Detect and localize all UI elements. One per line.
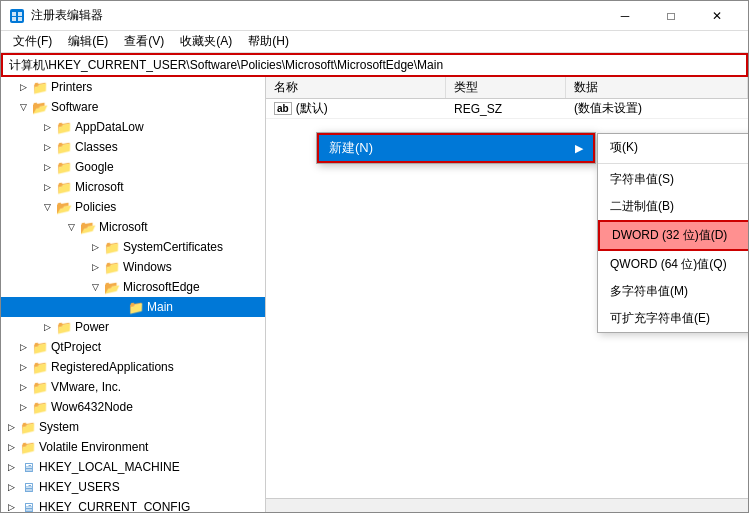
tree-item-wow6432[interactable]: ▷ 📁 Wow6432Node (1, 397, 265, 417)
expand-arrow-microsoft: ▷ (41, 181, 53, 193)
expand-arrow-registeredapps: ▷ (17, 361, 29, 373)
expand-arrow-hku: ▷ (5, 481, 17, 493)
folder-icon-main: 📁 (128, 300, 144, 314)
expand-arrow-vmware: ▷ (17, 381, 29, 393)
folder-icon-printers: 📁 (32, 80, 48, 94)
registry-editor-window: 注册表编辑器 ─ □ ✕ 文件(F) 编辑(E) 查看(V) 收藏夹(A) 帮助… (0, 0, 749, 513)
ctx-item-qword[interactable]: QWORD (64 位)值(Q) (598, 251, 748, 278)
right-panel: 名称 类型 数据 ab (默认) REG_SZ (266, 77, 748, 512)
folder-icon-registeredapps: 📁 (32, 360, 48, 374)
ctx-item-string[interactable]: 字符串值(S) (598, 166, 748, 193)
tree-item-systemcertificates[interactable]: ▷ 📁 SystemCertificates (1, 237, 265, 257)
expand-arrow-systemcertificates: ▷ (89, 241, 101, 253)
context-menu: 新建(N) ▶ 项(K) 字符串值(S) 二进制值(B) (316, 132, 596, 164)
context-submenu: 项(K) 字符串值(S) 二进制值(B) DWORD (32 位)值(D) QW… (597, 133, 748, 333)
folder-icon-classes: 📁 (56, 140, 72, 154)
folder-icon-vmware: 📁 (32, 380, 48, 394)
addressbar: 计算机\HKEY_CURRENT_USER\Software\Policies\… (1, 53, 748, 77)
tree-item-power[interactable]: ▷ 📁 Power (1, 317, 265, 337)
cell-name: ab (默认) (266, 100, 446, 117)
new-btn-label: 新建(N) (329, 139, 373, 157)
folder-icon-policies-microsoft: 📂 (80, 220, 96, 234)
svg-rect-4 (18, 17, 22, 21)
expand-arrow-windows: ▷ (89, 261, 101, 273)
expand-arrow-classes: ▷ (41, 141, 53, 153)
svg-rect-1 (12, 12, 16, 16)
tree-item-system[interactable]: ▷ 📁 System (1, 417, 265, 437)
new-btn-arrow: ▶ (575, 142, 583, 155)
main-content: ▷ 📁 Printers ▽ 📂 Software ▷ 📁 AppDataLow… (1, 77, 748, 512)
titlebar: 注册表编辑器 ─ □ ✕ (1, 1, 748, 31)
menu-edit[interactable]: 编辑(E) (60, 31, 116, 52)
close-button[interactable]: ✕ (694, 1, 740, 31)
tree-item-appdatalow[interactable]: ▷ 📁 AppDataLow (1, 117, 265, 137)
svg-rect-3 (12, 17, 16, 21)
tree-item-main[interactable]: 📁 Main (1, 297, 265, 317)
ctx-item-expandstring[interactable]: 可扩充字符串值(E) (598, 305, 748, 332)
tree-item-software[interactable]: ▽ 📂 Software (1, 97, 265, 117)
expand-arrow-microsoftedge: ▽ (89, 281, 101, 293)
col-header-name[interactable]: 名称 (266, 77, 446, 98)
col-header-type[interactable]: 类型 (446, 77, 566, 98)
ctx-item-multistring[interactable]: 多字符串值(M) (598, 278, 748, 305)
expand-arrow-main (113, 301, 125, 313)
titlebar-buttons: ─ □ ✕ (602, 1, 740, 31)
app-icon (9, 8, 25, 24)
column-headers: 名称 类型 数据 (266, 77, 748, 99)
col-header-data[interactable]: 数据 (566, 77, 748, 98)
tree-item-hku[interactable]: ▷ 🖥 HKEY_USERS (1, 477, 265, 497)
new-submenu-button[interactable]: 新建(N) ▶ (317, 133, 595, 163)
tree-item-volatile[interactable]: ▷ 📁 Volatile Environment (1, 437, 265, 457)
expand-arrow-hklm: ▷ (5, 461, 17, 473)
menu-file[interactable]: 文件(F) (5, 31, 60, 52)
tree-item-policies[interactable]: ▽ 📂 Policies (1, 197, 265, 217)
address-path: 计算机\HKEY_CURRENT_USER\Software\Policies\… (9, 57, 443, 74)
tree-item-qtproject[interactable]: ▷ 📁 QtProject (1, 337, 265, 357)
folder-icon-system: 📁 (20, 420, 36, 434)
folder-icon-software: 📂 (32, 100, 48, 114)
ctx-item-binary[interactable]: 二进制值(B) (598, 193, 748, 220)
expand-arrow-hkcc: ▷ (5, 501, 17, 512)
cell-data: (数值未设置) (566, 100, 748, 117)
folder-icon-policies: 📂 (56, 200, 72, 214)
tree-item-microsoftedge[interactable]: ▽ 📂 MicrosoftEdge (1, 277, 265, 297)
folder-icon-hklm: 🖥 (20, 460, 36, 474)
tree-item-registeredapps[interactable]: ▷ 📁 RegisteredApplications (1, 357, 265, 377)
expand-arrow-wow6432: ▷ (17, 401, 29, 413)
minimize-button[interactable]: ─ (602, 1, 648, 31)
expand-arrow-policies: ▽ (41, 201, 53, 213)
cell-type: REG_SZ (446, 102, 566, 116)
table-row[interactable]: ab (默认) REG_SZ (数值未设置) (266, 99, 748, 119)
tree-item-microsoft[interactable]: ▷ 📁 Microsoft (1, 177, 265, 197)
ctx-item-dword[interactable]: DWORD (32 位)值(D) (598, 220, 748, 251)
folder-icon-qtproject: 📁 (32, 340, 48, 354)
ctx-item-key[interactable]: 项(K) (598, 134, 748, 161)
tree-item-printers[interactable]: ▷ 📁 Printers (1, 77, 265, 97)
tree-item-windows[interactable]: ▷ 📁 Windows (1, 257, 265, 277)
folder-icon-microsoft: 📁 (56, 180, 72, 194)
expand-arrow-software: ▽ (17, 101, 29, 113)
tree-item-vmware[interactable]: ▷ 📁 VMware, Inc. (1, 377, 265, 397)
folder-icon-volatile: 📁 (20, 440, 36, 454)
expand-arrow-google: ▷ (41, 161, 53, 173)
folder-icon-google: 📁 (56, 160, 72, 174)
folder-icon-hku: 🖥 (20, 480, 36, 494)
menu-help[interactable]: 帮助(H) (240, 31, 297, 52)
expand-arrow-printers: ▷ (17, 81, 29, 93)
tree-item-classes[interactable]: ▷ 📁 Classes (1, 137, 265, 157)
ab-icon: ab (274, 102, 292, 115)
window-title: 注册表编辑器 (31, 7, 602, 24)
menu-favorites[interactable]: 收藏夹(A) (172, 31, 240, 52)
tree-item-hklm[interactable]: ▷ 🖥 HKEY_LOCAL_MACHINE (1, 457, 265, 477)
folder-icon-systemcertificates: 📁 (104, 240, 120, 254)
folder-icon-windows: 📁 (104, 260, 120, 274)
tree-item-google[interactable]: ▷ 📁 Google (1, 157, 265, 177)
svg-rect-2 (18, 12, 22, 16)
tree-item-policies-microsoft[interactable]: ▽ 📂 Microsoft (1, 217, 265, 237)
expand-arrow-policies-microsoft: ▽ (65, 221, 77, 233)
bottom-scrollbar[interactable] (266, 498, 748, 512)
expand-arrow-appdatalow: ▷ (41, 121, 53, 133)
menu-view[interactable]: 查看(V) (116, 31, 172, 52)
tree-item-hkcc[interactable]: ▷ 🖥 HKEY_CURRENT_CONFIG (1, 497, 265, 512)
maximize-button[interactable]: □ (648, 1, 694, 31)
